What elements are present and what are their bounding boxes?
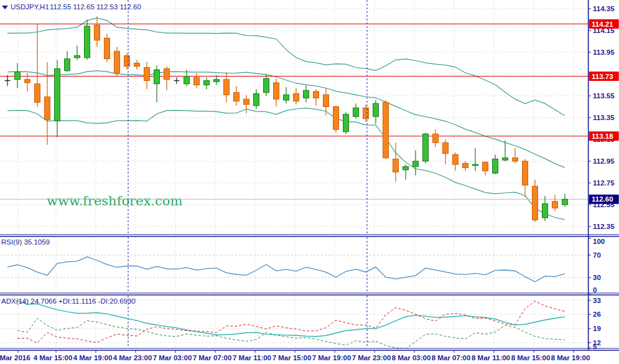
candle-bull [423, 134, 429, 161]
rsi-axis-label: 100 [593, 238, 605, 245]
candle-bull [542, 203, 548, 218]
time-axis-label: 7 Mar 19:00 [312, 354, 351, 362]
level-price-badge-text: 114.21 [592, 21, 613, 28]
time-axis-label: 7 Mar 11:00 [233, 354, 271, 362]
rsi-panel-canvas[interactable] [0, 237, 588, 293]
candle-bear [552, 202, 558, 208]
adx-axis-label: 33 [593, 297, 601, 304]
time-axis-label: Mar 2016 [0, 354, 30, 362]
rsi-axis-label: 0 [593, 286, 597, 294]
candle-bear [274, 83, 279, 99]
candle-bear [114, 51, 120, 73]
candle-bull [284, 95, 289, 100]
time-axis-label: 4 Mar 15:00 [34, 354, 73, 362]
candle-bear [333, 107, 339, 130]
candle-bear [523, 161, 528, 185]
candle-bull [562, 199, 568, 205]
time-axis-label: 8 Mar 19:00 [551, 354, 590, 362]
candle-bull [204, 81, 210, 85]
time-axis-label: 8 Mar 03:00 [392, 354, 431, 362]
level-price-badge-text: 113.73 [592, 73, 613, 80]
candle-bull [65, 59, 70, 71]
price-axis-label: 112.95 [593, 157, 615, 165]
rsi-indicator-label: RSI(9) 35.1059 [1, 238, 50, 246]
candle-bear [393, 159, 399, 172]
candle-bear [483, 162, 488, 171]
price-axis-label: 113.55 [593, 92, 615, 100]
candle-bear [453, 155, 458, 165]
candle-bear [244, 99, 249, 105]
candle-bull [254, 94, 259, 106]
candle-bull [473, 164, 478, 166]
adx-axis-label: 5 [593, 343, 597, 350]
candle-bull [55, 68, 60, 121]
rsi-axis-label: 70 [593, 251, 601, 259]
candle-bear [134, 63, 140, 67]
candle-bull [373, 103, 379, 116]
candle-bull [304, 90, 309, 98]
candle-bull [353, 108, 359, 116]
time-axis-label: 8 Mar 15:00 [511, 354, 551, 362]
candle-bear [25, 80, 30, 83]
candle-bear [234, 93, 240, 101]
time-axis-label: 4 Mar 23:00 [113, 354, 152, 362]
candle-bear [433, 134, 439, 142]
candle-bull [184, 77, 190, 84]
candle-bear [95, 25, 100, 40]
candle-bear [513, 158, 518, 161]
price-axis-label: 114.35 [593, 5, 615, 12]
candle-bull [85, 26, 90, 58]
candle-bear [35, 84, 40, 103]
current-price-badge-text: 112.60 [592, 195, 613, 203]
candle-bear [144, 68, 150, 81]
candle-bear [314, 91, 319, 98]
candle-bull [403, 167, 409, 170]
level-price-badge-text: 113.18 [592, 133, 613, 140]
time-axis-label: 7 Mar 03:00 [153, 354, 192, 362]
time-axis-label: 8 Mar 07:00 [432, 354, 471, 362]
candle-bull [413, 161, 419, 167]
candle-bull [493, 159, 498, 174]
price-axis-label: 112.75 [593, 179, 615, 187]
price-axis-label: 112.35 [593, 223, 615, 230]
time-axis-label: 7 Mar 15:00 [272, 354, 312, 362]
candle-bull [343, 114, 349, 132]
adx-indicator-label: ADX(14) 24.7066 +DI:11.1116 -DI:20.6930 [1, 297, 136, 305]
candle-bear [463, 164, 468, 168]
time-axis-label: 7 Mar 07:00 [193, 354, 232, 362]
time-axis-label: 4 Mar 19:00 [73, 354, 113, 362]
candle-bear [323, 95, 329, 106]
adx-axis-label: 26 [593, 310, 601, 318]
trading-chart-window: www.freshforex.com 114.35114.15113.95113… [0, 0, 619, 364]
candle-bear [443, 142, 449, 154]
candle-bull [154, 70, 160, 84]
time-axis-label: 7 Mar 23:00 [352, 354, 391, 362]
candle-bear [294, 94, 299, 101]
chart-title-quotes: 112.55 112.65 112.53 112.60 [50, 3, 141, 11]
candle-bear [124, 55, 130, 67]
candle-bear [45, 97, 50, 120]
candle-bull [75, 55, 80, 58]
candle-bull [503, 158, 508, 161]
candle-bear [105, 38, 110, 58]
adx-axis-label: 19 [593, 325, 601, 332]
candle-bear [533, 186, 538, 220]
candle-bull [214, 80, 220, 82]
candle-bear [164, 68, 170, 80]
candle-bear [194, 77, 200, 85]
candle-bull [15, 72, 21, 80]
candle-bear [224, 80, 230, 95]
price-axis-label: 113.35 [593, 114, 615, 121]
price-axis-label: 113.95 [593, 49, 615, 56]
chart-svg: www.freshforex.com 114.35114.15113.95113… [0, 0, 619, 364]
candle-bear [383, 103, 389, 158]
candle-bull [264, 78, 269, 93]
candle-bear [363, 108, 369, 119]
rsi-axis-label: 30 [593, 274, 601, 281]
chart-title-symbol: USDJPY,H1 [11, 3, 49, 11]
time-axis-label: 8 Mar 11:00 [472, 354, 510, 362]
broker-watermark: www.freshforex.com [47, 194, 182, 208]
